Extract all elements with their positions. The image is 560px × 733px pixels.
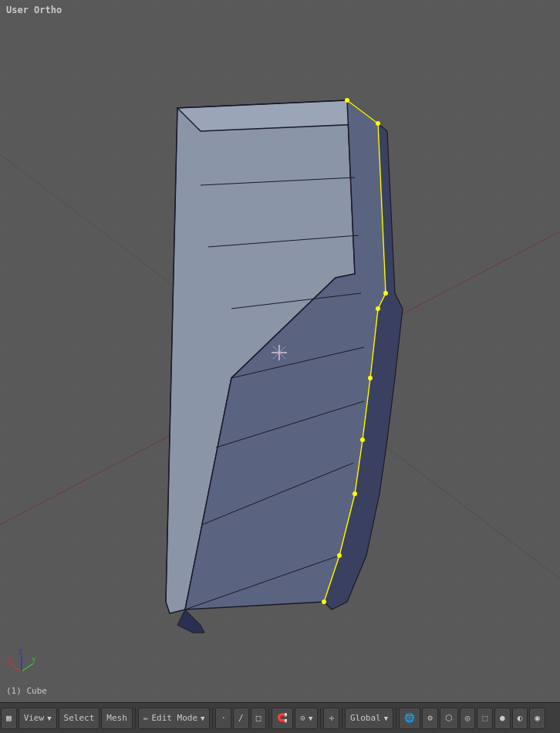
select-menu-label: Select (64, 713, 95, 723)
svg-text:X: X (8, 657, 12, 664)
face-mode-button[interactable]: □ (251, 708, 267, 729)
xray-icon: ◎ (465, 713, 471, 723)
move-tool-button[interactable]: ✛ (323, 708, 339, 729)
move-icon: ✛ (329, 713, 334, 723)
rendered-icon: ◉ (535, 713, 540, 723)
svg-point-24 (322, 600, 326, 604)
snap-button[interactable]: 🧲 (272, 708, 293, 729)
proportional-arrow: ▼ (309, 714, 312, 722)
mode-label: Edit Mode (151, 713, 197, 723)
grid-toggle-button[interactable]: ▦ (1, 708, 17, 729)
rendered-button[interactable]: ◉ (529, 708, 545, 729)
toolbar-separator-5 (342, 708, 342, 729)
render-icon: 🌐 (404, 713, 415, 723)
mesh-menu-label: Mesh (106, 713, 127, 723)
edge-mode-button[interactable]: / (233, 708, 249, 729)
toolbar-separator-3 (268, 708, 269, 729)
wireframe-icon: ⬚ (482, 713, 487, 723)
face-icon: □ (256, 713, 261, 723)
mode-dropdown[interactable]: ✏ Edit Mode ▼ (138, 708, 211, 729)
bottom-toolbar: ▦ View ▼ Select Mesh ✏ Edit Mode ▼ · / □… (0, 702, 560, 733)
toolbar-separator-4 (320, 708, 321, 729)
viewport-label: User Ortho (6, 5, 62, 15)
svg-point-22 (353, 491, 357, 496)
toolbar-separator-1 (135, 708, 136, 729)
solid-icon: ● (500, 713, 505, 723)
svg-point-23 (337, 553, 342, 558)
svg-point-21 (360, 437, 365, 442)
vertex-mode-button[interactable]: · (215, 708, 231, 729)
svg-point-19 (376, 306, 380, 311)
mesh-menu-button[interactable]: Mesh (101, 708, 133, 729)
edit-mode-icon: ✏ (143, 713, 149, 723)
material-icon: ◐ (518, 713, 523, 723)
svg-point-18 (383, 291, 388, 296)
magnet-icon: 🧲 (277, 713, 288, 723)
select-menu-button[interactable]: Select (59, 708, 100, 729)
svg-marker-7 (177, 610, 204, 633)
svg-text:Z: Z (19, 648, 23, 656)
settings-icon: ⚙ (427, 713, 433, 723)
view-menu-button[interactable]: View ▼ (19, 708, 57, 729)
xray-button[interactable]: ◎ (460, 708, 476, 729)
3d-viewport[interactable]: User Ortho X Y Z (1) Cube (0, 0, 560, 702)
axis-indicator: X Y Z (6, 648, 37, 679)
object-name-label: (1) Cube (6, 686, 47, 696)
global-arrow: ▼ (384, 714, 388, 722)
svg-line-34 (22, 664, 33, 671)
proportional-button[interactable]: ⊙ ▼ (295, 708, 318, 729)
wireframe-button[interactable]: ⬚ (477, 708, 493, 729)
mode-arrow: ▼ (201, 714, 204, 722)
3d-mesh (0, 0, 560, 702)
global-label: Global (350, 713, 381, 723)
vertex-icon: · (221, 713, 226, 723)
transform-space-dropdown[interactable]: Global ▼ (345, 708, 393, 729)
edge-icon: / (238, 713, 244, 723)
toolbar-separator-6 (396, 708, 396, 729)
material-button[interactable]: ◐ (512, 708, 528, 729)
grid-icon: ▦ (6, 713, 12, 723)
toolbar-separator-2 (212, 708, 213, 729)
svg-point-20 (368, 376, 373, 380)
overlay-button[interactable]: ⬡ (440, 708, 458, 729)
svg-line-32 (10, 664, 22, 671)
view-menu-arrow: ▼ (47, 714, 51, 722)
solid-shading-button[interactable]: ● (494, 708, 511, 729)
overlay-icon: ⬡ (445, 713, 453, 723)
view-menu-label: View (24, 713, 45, 723)
render-button[interactable]: 🌐 (399, 708, 420, 729)
proportional-icon: ⊙ (300, 713, 305, 723)
svg-text:Y: Y (32, 657, 36, 664)
settings-button[interactable]: ⚙ (422, 708, 438, 729)
